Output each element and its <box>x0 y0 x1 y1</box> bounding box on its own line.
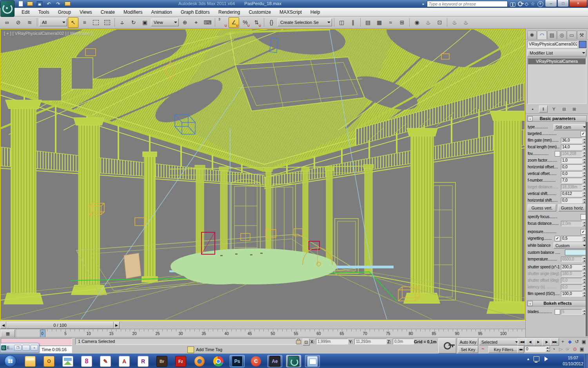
time-configuration-icon[interactable]: ◔ <box>550 346 557 352</box>
taskbar-icon-bridge[interactable]: Br <box>154 355 169 367</box>
menu-help[interactable]: Help <box>306 8 325 16</box>
specify-focus-checkbox[interactable] <box>581 214 586 220</box>
rectangular-selection-region-icon[interactable] <box>91 17 101 28</box>
panel-scrollbar[interactable] <box>586 122 588 336</box>
track-bar[interactable]: ▦ 0 5 10 15 20 25 30 35 40 45 50 55 60 6… <box>0 329 525 337</box>
select-and-scale-icon[interactable]: ▣ <box>140 17 150 28</box>
remove-modifier-icon[interactable]: ⊟ <box>560 106 568 112</box>
shutter-speed-input[interactable]: 200,0 <box>561 264 582 270</box>
menu-customize[interactable]: Customize <box>244 8 275 16</box>
guess-vert-button[interactable]: Guess vert. <box>528 204 556 211</box>
rollout-basic-parameters[interactable]: - Basic parameters <box>527 115 587 122</box>
menu-edit[interactable]: Edit <box>17 8 34 16</box>
open-file-icon[interactable] <box>27 1 33 7</box>
tray-expand-icon[interactable]: ▲ <box>526 357 530 361</box>
collapse-icon[interactable]: - <box>528 116 533 121</box>
vignetting-checkbox[interactable]: ✓ <box>555 236 560 241</box>
select-object-icon[interactable]: ↖ <box>68 17 78 28</box>
menu-tools[interactable]: Tools <box>34 8 54 16</box>
play-selected-icon[interactable]: ▷ <box>557 346 564 352</box>
vertical-offset-input[interactable]: 0,0 <box>561 171 582 177</box>
vertical-shift-input[interactable]: 0,612 <box>561 191 582 197</box>
menu-views[interactable]: Views <box>75 8 96 16</box>
new-scene-icon[interactable] <box>17 1 24 7</box>
previous-frame-button[interactable]: ◀| <box>526 338 534 346</box>
select-and-rotate-icon[interactable]: ↻ <box>128 17 139 28</box>
camera-viewport[interactable]: [ + ] [ VRayPhysicalCamera002 ] [ Wirefr… <box>0 29 525 321</box>
modifier-list-dropdown[interactable]: Modifier List <box>527 49 586 56</box>
menu-group[interactable]: Group <box>54 8 75 16</box>
go-to-start-button[interactable]: |◀◀ <box>517 338 526 346</box>
undo-icon[interactable]: ↶ <box>45 1 52 7</box>
viewport-canvas[interactable] <box>1 29 524 320</box>
taskbar-icon-revit[interactable]: R <box>136 355 151 367</box>
focal-length-input[interactable]: 14,0 <box>561 144 582 150</box>
edit-named-selection-sets-icon[interactable]: {} <box>266 17 277 28</box>
custom-balance-color-swatch[interactable] <box>565 250 587 255</box>
close-button[interactable]: × <box>569 0 587 7</box>
spinner-snap-toggle-icon[interactable]: ⇅∪ <box>251 17 262 28</box>
render-setup-icon[interactable]: ♨ <box>423 17 434 28</box>
configure-modifier-sets-icon[interactable]: ⊞ <box>570 106 578 112</box>
object-color-swatch[interactable] <box>579 41 586 48</box>
add-time-tag-label[interactable]: Add Time Tag <box>196 347 222 352</box>
auto-key-button[interactable]: Auto Key <box>458 338 478 346</box>
vignetting-input[interactable]: 0,5 <box>561 236 582 241</box>
zoom-extents-icon[interactable]: ◆ <box>566 338 573 345</box>
maximize-viewport-icon[interactable]: ▣ <box>579 346 585 352</box>
collapse-icon[interactable]: - <box>528 301 533 306</box>
taskbar-icon-explorer[interactable] <box>23 355 38 367</box>
material-editor-icon[interactable]: ◉ <box>412 17 422 28</box>
open-mini-curve-editor-icon[interactable]: ▦ <box>1 330 15 337</box>
help-icon[interactable]: ? <box>537 1 543 7</box>
selection-set-dropdown[interactable]: Selected <box>479 339 519 345</box>
percent-snap-toggle-icon[interactable]: %∪ <box>240 17 250 28</box>
redo-icon[interactable]: ↷ <box>55 1 62 7</box>
current-frame-field[interactable]: 0 <box>524 346 548 352</box>
project-folder-icon[interactable] <box>64 1 71 7</box>
orbit-icon[interactable]: ⊙ <box>572 346 578 352</box>
targeted-checkbox[interactable]: ✓ <box>581 131 586 137</box>
curve-editor-icon[interactable]: ≈ <box>385 17 396 28</box>
track-bar-ruler[interactable]: 0 5 10 15 20 25 30 35 40 45 50 55 60 65 … <box>16 329 526 337</box>
f-number-input[interactable]: 7,0 <box>561 178 582 183</box>
time-tag-icon[interactable] <box>187 346 194 353</box>
manage-layers-icon[interactable]: ▤ <box>363 17 373 28</box>
taskbar-icon-app-eight[interactable]: 8 <box>79 355 94 367</box>
floating-mini-window[interactable]: G E... ❐ – × <box>0 343 39 353</box>
film-gate-input[interactable]: 36,0 <box>561 138 582 143</box>
y-coordinate-field[interactable]: 11,293m <box>354 339 387 344</box>
zoom-factor-input[interactable]: 1,0 <box>561 158 582 163</box>
menu-animation[interactable]: Animation <box>147 8 176 16</box>
time-slider-right-arrow[interactable]: ▶ <box>114 322 120 329</box>
taskbar-icon-photoshop[interactable]: Ps <box>230 355 245 367</box>
window-crossing-icon[interactable] <box>102 17 113 28</box>
favorites-star-icon[interactable]: ☆ <box>531 1 535 7</box>
use-pivot-point-center-icon[interactable]: ⊕ <box>180 17 190 28</box>
tab-utilities-icon[interactable]: ⚒ <box>577 31 586 39</box>
mini-restore-button[interactable]: ❐ <box>14 345 22 351</box>
reference-coordinate-system-dropdown[interactable]: View <box>151 18 179 26</box>
keyboard-shortcut-override-icon[interactable]: ⌨ <box>202 17 213 28</box>
viewport-label[interactable]: [ + ] [ VRayPhysicalCamera002 ] [ Wirefr… <box>4 31 92 36</box>
search-arrow-icon[interactable]: ▸ <box>423 2 425 6</box>
search-icon[interactable] <box>510 2 515 6</box>
zoom-region-icon[interactable]: ↺ <box>573 338 580 345</box>
stack-item-vrayphysicalcamera[interactable]: VRayPhysicalCamera <box>528 58 586 64</box>
search-input[interactable] <box>427 1 508 7</box>
selection-lock-icon[interactable] <box>296 340 301 344</box>
key-mode-toggle-icon[interactable]: |◀▶| <box>517 346 524 353</box>
menu-create[interactable]: Create <box>96 8 119 16</box>
taskbar-icon-3dsmax[interactable] <box>286 355 301 367</box>
menu-rendering[interactable]: Rendering <box>214 8 244 16</box>
taskbar-icon-firefox[interactable] <box>192 355 207 367</box>
named-selection-sets-dropdown[interactable]: Create Selection Se <box>278 18 332 26</box>
make-unique-icon[interactable]: Y <box>550 106 558 112</box>
render-iterative-icon[interactable]: ♨ <box>461 17 471 28</box>
communication-center-icon[interactable]: ◇ <box>525 1 528 7</box>
select-and-link-icon[interactable]: ∞ <box>2 17 12 28</box>
taskbar-icon-outlook[interactable]: O <box>42 355 56 367</box>
application-menu-button[interactable] <box>0 0 15 17</box>
render-production-icon[interactable]: ♨ <box>449 17 460 28</box>
mini-minimize-button[interactable]: – <box>22 345 30 351</box>
